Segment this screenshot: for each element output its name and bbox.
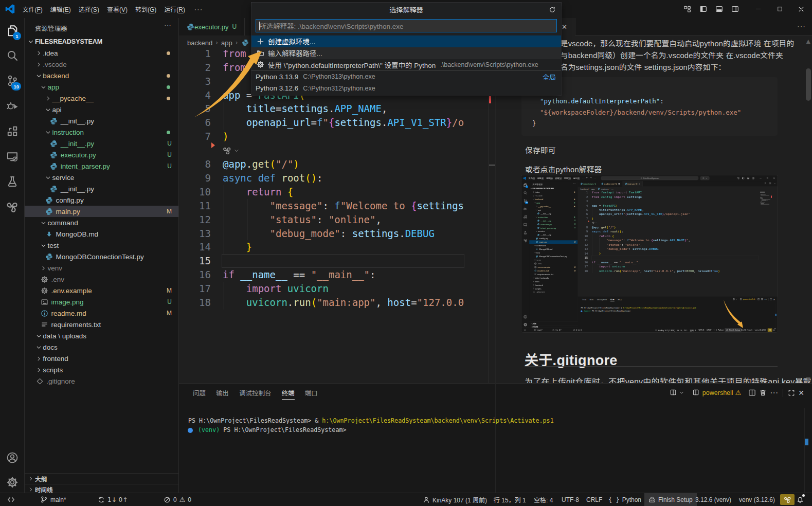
tree-item-command[interactable]: command: [529, 244, 578, 247]
quick-pick-input[interactable]: 所选解释器: .\backend\venv\Scripts\python.exe: [256, 19, 557, 32]
scroll-up-arrow[interactable]: ▲: [806, 38, 810, 45]
menu-f[interactable]: 文件(F): [19, 3, 46, 15]
code-area[interactable]: 1from fastapi import FastAPI2from config…: [179, 50, 495, 383]
tree-item-scripts[interactable]: scripts: [25, 364, 178, 375]
activity-source-control[interactable]: 10: [521, 197, 529, 205]
refresh-button[interactable]: [548, 5, 557, 14]
tree-item-backend[interactable]: backend: [25, 70, 178, 81]
status-finish-setup[interactable]: Finish Setup: [725, 328, 741, 332]
breadcrumb-item[interactable]: main.py: [601, 188, 608, 190]
tree-item-.idea[interactable]: .idea: [529, 190, 578, 194]
status-python-interpreter[interactable]: 3.12.6 (venv): [695, 493, 731, 506]
section-timeline[interactable]: 时间线: [25, 484, 178, 493]
run-lens-decoration[interactable]: [223, 145, 240, 156]
status-problems[interactable]: 0⚠0: [573, 328, 582, 332]
tree-item-frontend[interactable]: frontend: [25, 353, 178, 364]
status-extension-pinwheel[interactable]: [780, 494, 795, 505]
status-sync[interactable]: 1↓ 0↑: [98, 493, 128, 506]
tree-item-.env.example[interactable]: .env.exampleM: [529, 265, 578, 269]
tree-item-requirements.txt[interactable]: requirements.txt: [529, 273, 578, 276]
menu-more-icon[interactable]: ···: [189, 5, 208, 13]
chevron-down-icon[interactable]: [44, 128, 52, 136]
status-indentation[interactable]: 空格: 4: [534, 493, 553, 506]
tree-item-__pycache__[interactable]: __pycache__: [25, 93, 178, 104]
tree-item-__init__.py[interactable]: __init__.py: [529, 212, 578, 215]
tree-root[interactable]: FILESREADSYSTEAM: [25, 36, 178, 47]
maximize-panel-button[interactable]: [770, 297, 772, 301]
chevron-down-icon[interactable]: [44, 105, 52, 114]
tree-item-__init__.py[interactable]: __init__.py: [529, 233, 578, 237]
command-center-search[interactable]: FilesReadSysteam: [601, 176, 698, 180]
panel-tab-问题[interactable]: 问题: [581, 296, 588, 302]
tab-readme.md[interactable]: readme.mdM: [599, 181, 622, 187]
activity-search[interactable]: [0, 43, 24, 68]
close-window-button[interactable]: [771, 175, 778, 181]
kill-terminal-button[interactable]: [761, 297, 764, 301]
status-encoding[interactable]: UTF-8: [699, 328, 705, 332]
status-python-env[interactable]: venv (3.12.6): [739, 493, 775, 506]
status-cursor-position[interactable]: 行 15，列 1: [494, 493, 526, 506]
tree-item-__pycache__[interactable]: __pycache__: [529, 205, 578, 208]
toggle-panel-icon[interactable]: [746, 175, 751, 181]
status-finish-setup[interactable]: Finish Setup: [644, 493, 697, 506]
status-notifications[interactable]: [797, 493, 804, 506]
toggle-secondary-sidebar-icon[interactable]: [727, 0, 743, 18]
tab-main.py[interactable]: main.pyM✕: [622, 181, 643, 187]
tree-item-.vscode[interactable]: .vscode: [529, 194, 578, 197]
tree-item-app[interactable]: app: [529, 201, 578, 205]
chevron-right-icon[interactable]: [39, 264, 47, 272]
menu-e[interactable]: 编辑(E): [46, 3, 75, 15]
quick-pick-item-1[interactable]: 输入解释器路径...: [251, 47, 561, 59]
maximize-button[interactable]: [764, 175, 770, 181]
split-terminal-button[interactable]: [748, 387, 756, 399]
chevron-down-icon[interactable]: [39, 83, 47, 91]
quick-pick-item-2[interactable]: 使用 \"python.defaultInterpreterPath\" 设置中…: [251, 59, 561, 71]
activity-remote-explorer[interactable]: [521, 221, 529, 228]
tree-item-__init__.py[interactable]: __init__.py: [25, 183, 178, 194]
tree-item-data___uploads[interactable]: data \ uploads: [25, 330, 178, 341]
menu-v[interactable]: 查看(V): [103, 3, 131, 15]
quick-pick-item-0[interactable]: 创建虚拟环境...: [251, 35, 561, 47]
tree-item-main.py[interactable]: main.pyM: [25, 206, 178, 217]
chevron-down-icon[interactable]: [34, 71, 43, 80]
chevron-right-icon[interactable]: [44, 94, 52, 102]
tree-item-main.py[interactable]: main.pyM: [529, 240, 578, 244]
split-terminal-button[interactable]: [757, 297, 760, 301]
close-icon[interactable]: ✕: [562, 23, 567, 31]
tree-item-venv[interactable]: venv: [529, 258, 578, 262]
tree-item-MongoDBConnectionTest.py[interactable]: MongoDBConnectionTest.py: [529, 255, 578, 258]
close-icon[interactable]: ✕: [639, 183, 640, 185]
scroll-down-arrow[interactable]: ▼: [806, 376, 810, 383]
menu-e[interactable]: 编辑(E): [536, 176, 545, 180]
close-window-button[interactable]: [790, 0, 812, 18]
tree-item-app[interactable]: app: [25, 81, 178, 93]
toggle-secondary-sidebar-icon[interactable]: [751, 175, 756, 181]
terminal-launch-dropdown[interactable]: [733, 297, 737, 301]
chevron-right-icon[interactable]: [34, 366, 43, 374]
menu-g[interactable]: 转到(G): [131, 3, 160, 15]
menu-g[interactable]: 转到(G): [563, 176, 572, 180]
status-sync[interactable]: 1↓ 0↑: [552, 328, 562, 332]
tree-item-executor.py[interactable]: executor.pyU: [529, 223, 578, 226]
activity-explorer[interactable]: 1: [521, 181, 529, 189]
section-outline[interactable]: 大纲: [25, 473, 178, 484]
status-language-mode[interactable]: { }Python: [608, 493, 641, 506]
panel-tab-调试控制台[interactable]: 调试控制台: [234, 384, 277, 402]
tree-item-.env.example[interactable]: .env.exampleM: [25, 285, 178, 296]
tree-item-MongoDBConnectionTest.py[interactable]: MongoDBConnectionTest.py: [25, 251, 178, 262]
breadcrumb-item[interactable]: backend: [581, 188, 589, 190]
tree-item-config.py[interactable]: config.py: [25, 194, 178, 206]
toggle-sidebar-icon[interactable]: [741, 175, 746, 181]
chevron-down-icon[interactable]: [39, 219, 47, 227]
tree-item-command[interactable]: command: [25, 217, 178, 228]
chevron-right-icon[interactable]: [34, 49, 43, 57]
activity-testing[interactable]: [521, 229, 529, 237]
tree-item-docs[interactable]: docs: [529, 280, 578, 283]
tree-item-requirements.txt[interactable]: requirements.txt: [25, 319, 178, 330]
tree-item-backend[interactable]: backend: [529, 197, 578, 201]
tree-item-readme.md[interactable]: readme.mdM: [25, 308, 178, 319]
maximize-panel-button[interactable]: [788, 387, 795, 399]
menu-s[interactable]: 选择(S): [545, 176, 554, 180]
tree-item-executor.py[interactable]: executor.pyU: [25, 149, 178, 160]
panel-tab-端口[interactable]: 端口: [300, 384, 323, 402]
